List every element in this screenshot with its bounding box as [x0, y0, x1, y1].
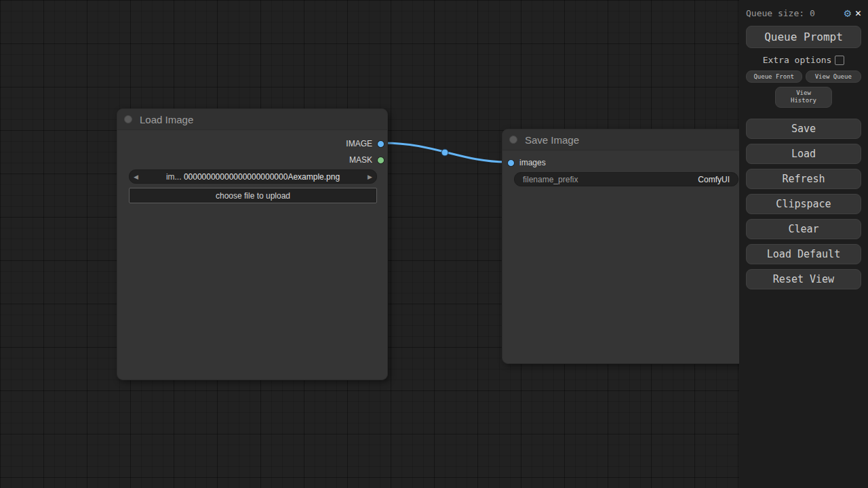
widget-name: filename_prefix — [523, 175, 698, 184]
widget-value: ComfyUI — [698, 175, 730, 184]
queue-mini-buttons: Queue Front View Queue — [746, 70, 861, 83]
image-combo-widget[interactable]: ◀ im... 00000000000000000000000Aexample.… — [129, 169, 377, 184]
extra-options-label: Extra options — [763, 55, 832, 65]
output-dot-image[interactable] — [377, 140, 384, 148]
filename-prefix-widget[interactable]: filename_prefix ComfyUI — [514, 172, 738, 186]
combo-left-arrow-icon[interactable]: ◀ — [134, 174, 138, 180]
node-header[interactable]: Load Image — [117, 109, 387, 130]
clear-button[interactable]: Clear — [746, 219, 861, 239]
comfy-menu: Queue size: 0 ⚙ ✕ Queue Prompt Extra opt… — [739, 0, 868, 488]
sidebar-button-group: Save Load Refresh Clipspace Clear Load D… — [746, 119, 861, 289]
collapse-dot[interactable] — [124, 115, 132, 123]
output-label: MASK — [349, 155, 372, 165]
combo-right-arrow-icon[interactable]: ▶ — [368, 174, 372, 180]
view-history-label: View History — [789, 89, 818, 105]
output-dot-mask[interactable] — [377, 157, 384, 164]
close-icon[interactable]: ✕ — [855, 8, 861, 18]
output-slot-mask[interactable]: MASK — [349, 155, 384, 165]
queue-size-label: Queue size: 0 — [746, 8, 840, 18]
load-default-button[interactable]: Load Default — [746, 244, 861, 264]
combo-text: im... 00000000000000000000000Aexample.pn… — [138, 172, 368, 182]
link-midpoint-dot[interactable] — [441, 149, 448, 156]
extra-options-row: Extra options — [746, 55, 861, 65]
input-slot-images[interactable]: images — [507, 157, 546, 168]
queue-front-button[interactable]: Queue Front — [746, 70, 802, 83]
input-label: images — [519, 158, 546, 167]
settings-gear-icon[interactable]: ⚙ — [844, 7, 851, 19]
node-header[interactable]: Save Image — [502, 129, 747, 150]
extra-options-checkbox[interactable] — [835, 56, 844, 65]
input-dot-images[interactable] — [507, 159, 515, 167]
widget-name: im... — [166, 172, 182, 182]
node-title: Save Image — [525, 134, 579, 146]
refresh-button[interactable]: Refresh — [746, 169, 861, 189]
output-label: IMAGE — [346, 139, 372, 148]
view-queue-button[interactable]: View Queue — [806, 70, 862, 83]
node-graph-canvas[interactable]: Load Image IMAGE MASK ◀ im... 0000000000… — [0, 0, 868, 488]
save-button[interactable]: Save — [746, 119, 861, 139]
widget-value: 00000000000000000000000Aexample.png — [184, 172, 340, 182]
clipspace-button[interactable]: Clipspace — [746, 194, 861, 214]
queue-prompt-button[interactable]: Queue Prompt — [746, 26, 861, 48]
reset-view-button[interactable]: Reset View — [746, 269, 861, 289]
image-link[interactable] — [384, 143, 507, 162]
output-slot-image[interactable]: IMAGE — [346, 138, 384, 149]
view-history-button[interactable]: View History — [775, 87, 832, 108]
node-title: Load Image — [140, 114, 193, 125]
load-button[interactable]: Load — [746, 144, 861, 164]
node-save-image[interactable]: Save Image images filename_prefix ComfyU… — [502, 129, 747, 364]
node-load-image[interactable]: Load Image IMAGE MASK ◀ im... 0000000000… — [117, 108, 388, 380]
queue-size-row: Queue size: 0 ⚙ ✕ — [746, 5, 861, 20]
choose-file-button[interactable]: choose file to upload — [129, 188, 377, 203]
collapse-dot[interactable] — [509, 136, 517, 144]
